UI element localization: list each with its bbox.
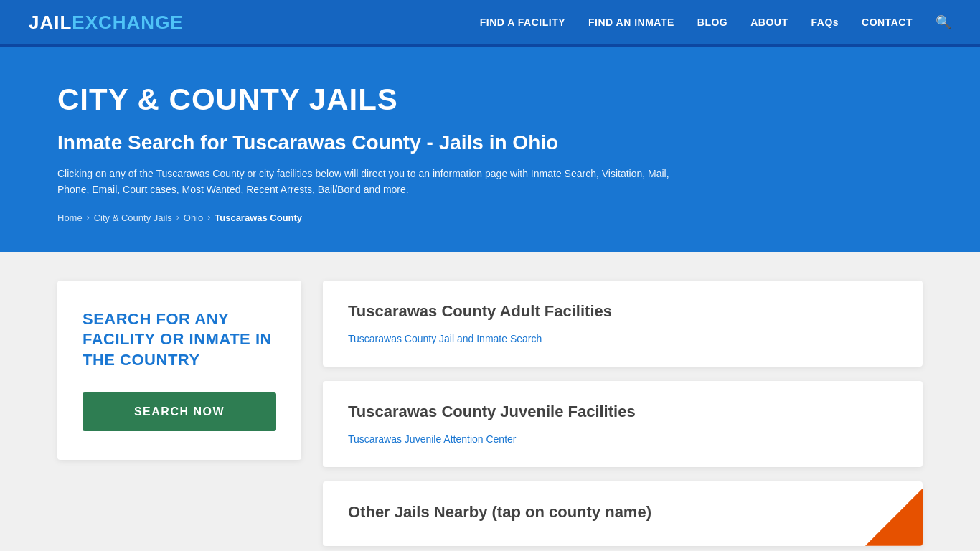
breadcrumb-city-county[interactable]: City & County Jails <box>94 212 172 223</box>
logo-jail: JAIL <box>29 11 72 34</box>
search-now-button[interactable]: SEARCH NOW <box>83 392 276 431</box>
search-widget: SEARCH FOR ANY FACILITY OR INMATE IN THE… <box>57 281 301 460</box>
nav-link-find-facility[interactable]: FIND A FACILITY <box>480 17 565 28</box>
hero-section: CITY & COUNTY JAILS Inmate Search for Tu… <box>0 47 980 252</box>
search-widget-title: SEARCH FOR ANY FACILITY OR INMATE IN THE… <box>83 309 276 371</box>
nav-link-find-inmate[interactable]: FIND AN INMATE <box>588 17 674 28</box>
breadcrumb-sep-3: › <box>207 212 210 222</box>
nav-item-about[interactable]: ABOUT <box>750 16 788 29</box>
nav-link-about[interactable]: ABOUT <box>750 17 788 28</box>
hero-subtitle: Inmate Search for Tuscarawas County - Ja… <box>57 131 923 154</box>
juvenile-facilities-card: Tuscarawas County Juvenile Facilities Tu… <box>323 381 923 467</box>
nav-item-faqs[interactable]: FAQs <box>811 16 839 29</box>
nav-link-faqs[interactable]: FAQs <box>811 17 839 28</box>
nav-item-contact[interactable]: CONTACT <box>862 16 913 29</box>
hero-description: Clicking on any of the Tuscarawas County… <box>57 166 703 198</box>
adult-facilities-title: Tuscarawas County Adult Facilities <box>348 302 897 321</box>
search-icon[interactable]: 🔍 <box>936 15 951 29</box>
breadcrumb: Home › City & County Jails › Ohio › Tusc… <box>57 212 923 223</box>
main-content: SEARCH FOR ANY FACILITY OR INMATE IN THE… <box>0 252 980 551</box>
logo[interactable]: JAILEXCHANGE <box>29 11 184 34</box>
nav-search-icon[interactable]: 🔍 <box>936 14 951 30</box>
left-panel: SEARCH FOR ANY FACILITY OR INMATE IN THE… <box>57 281 301 546</box>
logo-exchange: EXCHANGE <box>72 11 183 34</box>
adult-facility-link[interactable]: Tuscarawas County Jail and Inmate Search <box>348 333 542 344</box>
juvenile-facility-link[interactable]: Tuscarawas Juvenile Attention Center <box>348 433 517 445</box>
nav-item-find-facility[interactable]: FIND A FACILITY <box>480 16 565 29</box>
right-panel: Tuscarawas County Adult Facilities Tusca… <box>323 281 923 546</box>
breadcrumb-sep-1: › <box>87 212 90 222</box>
breadcrumb-home[interactable]: Home <box>57 212 83 223</box>
adult-facilities-card: Tuscarawas County Adult Facilities Tusca… <box>323 281 923 367</box>
nav-item-find-inmate[interactable]: FIND AN INMATE <box>588 16 674 29</box>
juvenile-facilities-title: Tuscarawas County Juvenile Facilities <box>348 402 897 421</box>
page-title: CITY & COUNTY JAILS <box>57 83 923 117</box>
nearby-jails-title: Other Jails Nearby (tap on county name) <box>348 503 897 522</box>
nearby-jails-card: Other Jails Nearby (tap on county name) <box>323 481 923 546</box>
breadcrumb-current: Tuscarawas County <box>215 212 302 223</box>
navbar: JAILEXCHANGE FIND A FACILITY FIND AN INM… <box>0 0 980 47</box>
nav-link-contact[interactable]: CONTACT <box>862 17 913 28</box>
nav-item-blog[interactable]: BLOG <box>697 16 727 29</box>
nav-link-blog[interactable]: BLOG <box>697 17 727 28</box>
nav-links: FIND A FACILITY FIND AN INMATE BLOG ABOU… <box>480 14 951 30</box>
breadcrumb-sep-2: › <box>176 212 179 222</box>
breadcrumb-ohio[interactable]: Ohio <box>184 212 203 223</box>
